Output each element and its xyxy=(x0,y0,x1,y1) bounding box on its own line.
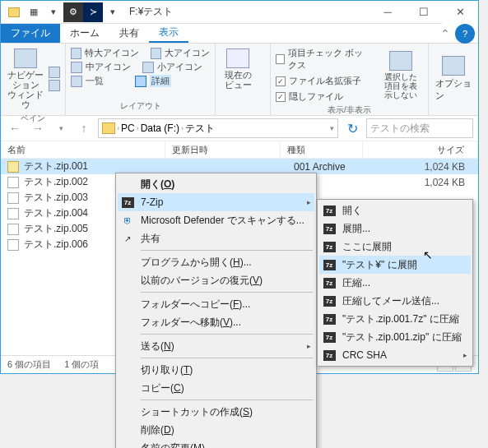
properties-icon[interactable]: ▦ xyxy=(24,2,44,22)
details-icon xyxy=(49,80,60,91)
breadcrumb[interactable]: › PC › Data (F:) › テスト ▾ xyxy=(98,118,338,138)
breadcrumb-pc[interactable]: PC xyxy=(121,122,135,134)
current-view-button[interactable]: 現在のビュー xyxy=(221,47,255,91)
checkbox-file-extensions[interactable]: ✓ファイル名拡張子 xyxy=(276,75,370,87)
history-dropdown[interactable]: ▾ xyxy=(52,119,70,137)
column-date[interactable]: 更新日時 xyxy=(165,141,281,158)
7z-compress[interactable]: 7z圧縮... xyxy=(319,274,471,292)
ctx-7zip[interactable]: 7z7-Zip▸ xyxy=(118,193,314,211)
back-button[interactable]: ← xyxy=(6,119,24,137)
ctx-create-shortcut[interactable]: ショートカットの作成(S) xyxy=(118,403,314,421)
selection-count: 1 個の項 xyxy=(64,358,99,371)
ctx-send-to[interactable]: 送る(N)▸ xyxy=(118,337,314,355)
ribbon-group-options: オプション xyxy=(429,44,478,115)
options-icon xyxy=(442,56,465,76)
checkbox-item-checkboxes[interactable]: 項目チェック ボックス xyxy=(276,47,370,72)
context-menu-7zip: 7z開く 7z展開... 7zここに展開 7z"テスト¥" に展開 7z圧縮..… xyxy=(317,199,473,367)
tab-file[interactable]: ファイル xyxy=(1,24,60,43)
ctx-delete[interactable]: 削除(D) xyxy=(118,421,314,439)
hide-selected-button[interactable]: 選択した項目を表示しない xyxy=(379,47,423,103)
ctx-copy[interactable]: コピー(C) xyxy=(118,379,314,397)
ribbon-view: ナビゲーション ウィンドウ ペイン 特大アイコン大アイコン 中アイコン小アイコン… xyxy=(1,44,478,116)
preview-pane-button[interactable] xyxy=(49,67,60,78)
ribbon-tabs: ファイル ホーム 共有 表示 ⌃ ? xyxy=(1,24,478,44)
breadcrumb-history-dropdown[interactable]: ▾ xyxy=(330,124,334,132)
item-count: 6 個の項目 xyxy=(7,358,51,371)
ribbon-group-layout: 特大アイコン大アイコン 中アイコン小アイコン 一覧詳細 レイアウト xyxy=(66,44,216,115)
folder-icon xyxy=(102,122,115,134)
settings-icon[interactable]: ⚙ xyxy=(63,2,83,22)
tab-share[interactable]: 共有 xyxy=(109,24,149,43)
7z-compress-zip[interactable]: 7z"テスト.zip.001.zip" に圧縮 xyxy=(319,328,471,346)
7z-extract[interactable]: 7z展開... xyxy=(319,219,471,238)
minimize-button[interactable]: ─ xyxy=(369,1,406,24)
pane-misc xyxy=(49,47,60,111)
layout-xlarge[interactable]: 特大アイコン xyxy=(85,47,139,59)
7z-extract-to[interactable]: 7z"テスト¥" に展開 xyxy=(319,256,471,274)
column-size[interactable]: サイズ xyxy=(363,141,478,158)
refresh-button[interactable]: ↻ xyxy=(343,119,361,137)
ctx-share[interactable]: ↗共有 xyxy=(118,229,314,247)
7z-crc-sha[interactable]: 7zCRC SHA▸ xyxy=(319,346,471,364)
window-controls: ─ ☐ ✕ xyxy=(369,1,478,24)
column-type[interactable]: 種類 xyxy=(281,141,363,158)
file-icon xyxy=(7,239,19,251)
sort-icon xyxy=(226,48,249,68)
context-menu-main: 開く(O) 7z7-Zip▸ ⛨Microsoft Defender でスキャン… xyxy=(115,173,317,448)
breadcrumb-drive[interactable]: Data (F:) xyxy=(141,122,179,134)
window-title: F:¥テスト xyxy=(123,5,369,19)
layout-small[interactable]: 小アイコン xyxy=(157,61,202,73)
folder-icon[interactable] xyxy=(4,2,24,22)
file-icon xyxy=(7,192,19,204)
hide-icon xyxy=(389,51,412,71)
column-name[interactable]: 名前 xyxy=(1,141,165,158)
ctx-copy-to-folder[interactable]: フォルダーへコピー(F)... xyxy=(118,295,314,313)
7z-compress-7z[interactable]: 7z"テスト.zip.001.7z" に圧縮 xyxy=(319,310,471,328)
column-headers: 名前 更新日時 種類 サイズ xyxy=(1,141,478,159)
ctx-cut[interactable]: 切り取り(T) xyxy=(118,361,314,379)
layout-large[interactable]: 大アイコン xyxy=(165,47,210,59)
7z-compress-mail[interactable]: 7z圧縮してメール送信... xyxy=(319,292,471,310)
layout-medium[interactable]: 中アイコン xyxy=(86,61,131,73)
maximize-button[interactable]: ☐ xyxy=(406,1,442,24)
ribbon-group-showhide: 項目チェック ボックス ✓ファイル名拡張子 ✓隠しファイル 選択した項目を表示し… xyxy=(271,44,429,115)
file-icon xyxy=(7,177,19,188)
ctx-open[interactable]: 開く(O) xyxy=(118,175,314,193)
close-button[interactable]: ✕ xyxy=(442,1,478,24)
help-button[interactable]: ? xyxy=(455,24,475,44)
preview-icon xyxy=(49,67,60,78)
forward-button[interactable]: → xyxy=(29,119,47,137)
qat-dropdown[interactable]: ▾ xyxy=(44,2,63,22)
options-button[interactable]: オプション xyxy=(434,47,473,110)
nav-pane-icon xyxy=(14,48,37,68)
navigation-pane-button[interactable]: ナビゲーション ウィンドウ xyxy=(6,47,45,111)
qat-divider: ▾ xyxy=(103,2,123,22)
details-pane-button[interactable] xyxy=(49,80,60,91)
7z-open[interactable]: 7z開く xyxy=(319,201,471,219)
ribbon-group-pane: ナビゲーション ウィンドウ ペイン xyxy=(1,44,66,115)
minimize-ribbon-button[interactable]: ⌃ xyxy=(435,24,455,43)
checkbox-hidden-items[interactable]: ✓隠しファイル xyxy=(276,90,370,103)
breadcrumb-folder[interactable]: テスト xyxy=(185,122,215,136)
layout-details[interactable]: 詳細 xyxy=(150,75,171,87)
7z-extract-here[interactable]: 7zここに展開 xyxy=(319,238,471,256)
ctx-defender[interactable]: ⛨Microsoft Defender でスキャンする... xyxy=(118,211,314,229)
titlebar: ▦ ▾ ⚙ ≻ ▾ F:¥テスト ─ ☐ ✕ xyxy=(1,1,478,24)
up-button[interactable]: ↑ xyxy=(75,119,93,137)
ctx-move-to-folder[interactable]: フォルダーへ移動(V)... xyxy=(118,313,314,331)
quick-access-toolbar: ▦ ▾ ⚙ ≻ ▾ xyxy=(1,2,123,22)
shield-icon: ⛨ xyxy=(121,214,134,227)
ctx-previous-versions[interactable]: 以前のバージョンの復元(V) xyxy=(118,271,314,289)
file-icon xyxy=(7,208,19,219)
address-bar: ← → ▾ ↑ › PC › Data (F:) › テスト ▾ ↻ テストの検… xyxy=(1,116,478,141)
ctx-rename[interactable]: 名前の変更(M) xyxy=(118,439,314,448)
tab-view[interactable]: 表示 xyxy=(149,24,188,43)
search-input[interactable]: テストの検索 xyxy=(366,118,473,138)
share-icon: ↗ xyxy=(121,232,134,245)
powershell-icon[interactable]: ≻ xyxy=(83,2,103,22)
file-icon xyxy=(7,224,19,235)
layout-list[interactable]: 一覧 xyxy=(86,75,104,87)
archive-icon xyxy=(7,161,19,173)
ctx-open-with[interactable]: プログラムから開く(H)... xyxy=(118,253,314,271)
tab-home[interactable]: ホーム xyxy=(60,24,109,43)
